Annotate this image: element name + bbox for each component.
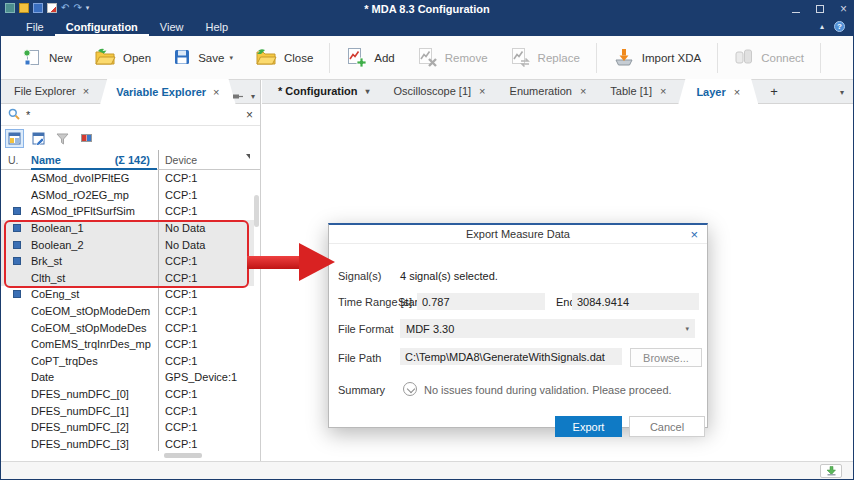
table-row[interactable]: ASMod_dvoIPFltEGCCP:1 (1, 170, 254, 187)
close-tab-icon[interactable]: × (83, 85, 89, 97)
variable-name: CoEOM_stOpModeDes (31, 322, 158, 334)
unit-flag-cell (1, 386, 31, 403)
collapse-ribbon-icon[interactable]: ▴ (820, 22, 824, 31)
tab-variable-explorer[interactable]: Variable Explorer × (100, 79, 235, 104)
start-time-input[interactable] (417, 293, 545, 310)
clear-search-icon[interactable]: × (246, 108, 253, 122)
pin-icon[interactable] (232, 87, 244, 105)
import-xda-button[interactable]: Import XDA (602, 42, 712, 74)
menu-configuration[interactable]: Configuration (55, 19, 149, 36)
maximize-button[interactable] (816, 5, 824, 13)
horizontal-scrollbar[interactable] (164, 453, 202, 458)
vertical-scrollbar[interactable] (254, 195, 259, 227)
save-dropdown-caret-icon[interactable]: ▾ (229, 54, 233, 62)
table-row[interactable]: ASMod_tPFltSurfSimCCP:1 (1, 203, 254, 220)
menu-view[interactable]: View (149, 19, 195, 36)
menu-file[interactable]: File (15, 19, 55, 36)
table-row[interactable]: DFES_numDFC_[1]CCP:1 (1, 402, 254, 419)
close-button[interactable]: Close (244, 43, 324, 73)
table-row[interactable]: Clth_stCCP:1 (1, 270, 254, 287)
column-filter-icon[interactable] (246, 154, 250, 159)
tab-configuration[interactable]: * Configuration ▾ (266, 79, 381, 103)
import-status-icon (826, 466, 837, 476)
close-tab-icon[interactable]: × (734, 86, 740, 98)
explorer-panel: File Explorer × Variable Explorer × ▾ * … (1, 80, 261, 461)
search-icon (8, 106, 20, 124)
signals-label: Signal(s) (338, 270, 381, 282)
tab-oscilloscope[interactable]: Oscilloscope [1] × (381, 79, 497, 103)
tab-list-caret-icon[interactable]: ▾ (251, 92, 255, 101)
end-time-input[interactable] (572, 293, 699, 310)
file-path-input[interactable] (400, 348, 622, 365)
column-header-unit[interactable]: U. (1, 154, 31, 166)
variable-device: CCP:1 (158, 336, 254, 353)
table-row[interactable]: DateGPS_Device:1 (1, 369, 254, 386)
column-header-name[interactable]: Name (Σ 142) (31, 154, 158, 166)
add-button[interactable]: Add (335, 42, 405, 74)
variable-search-bar[interactable]: * × (1, 104, 260, 126)
dialog-close-icon[interactable]: × (690, 227, 698, 242)
variable-device: CCP:1 (158, 386, 254, 403)
save-icon (173, 48, 191, 68)
column-header-device[interactable]: Device (158, 150, 260, 169)
mini-signal-icon[interactable] (77, 129, 96, 148)
table-row[interactable]: CoEng_stCCP:1 (1, 286, 254, 303)
browse-button[interactable]: Browse... (630, 348, 702, 367)
table-row[interactable]: Boolean_1No Data (1, 220, 254, 237)
xda-status-button[interactable] (820, 464, 842, 478)
filter-icon[interactable] (53, 129, 72, 148)
help-icon[interactable]: ? (834, 21, 845, 32)
table-row[interactable]: ASMod_rO2EG_mpCCP:1 (1, 187, 254, 204)
tab-layer[interactable]: Layer × (678, 79, 758, 104)
table-row[interactable]: Boolean_2No Data (1, 236, 254, 253)
cancel-button[interactable]: Cancel (629, 416, 705, 437)
toolbar-separator (596, 43, 597, 73)
tab-dropdown-caret-icon[interactable]: ▾ (365, 87, 369, 96)
variable-name: ASMod_rO2EG_mp (31, 189, 158, 201)
save-button[interactable]: Save ▾ (162, 43, 244, 73)
toolbar: New Open Save ▾ Close Add Remove Replace (1, 36, 853, 80)
close-tab-icon[interactable]: × (580, 85, 586, 97)
tab-file-explorer[interactable]: File Explorer × (3, 79, 100, 103)
table-row[interactable]: CoPT_trqDesCCP:1 (1, 353, 254, 370)
variable-device: CCP:1 (158, 203, 254, 220)
variable-name: DFES_numDFC_[1] (31, 405, 158, 417)
close-tab-icon[interactable]: × (660, 85, 666, 97)
signals-value: 4 signal(s) selected. (400, 270, 498, 282)
table-row[interactable]: DFES_numDFC_[2]CCP:1 (1, 419, 254, 436)
file-format-select[interactable]: MDF 3.30 ▾ (400, 319, 695, 338)
tab-enumeration[interactable]: Enumeration × (498, 79, 599, 103)
table-row[interactable]: DFES_numDFC_[0]CCP:1 (1, 386, 254, 403)
search-input[interactable]: * (26, 109, 30, 121)
table-row[interactable]: Brk_stCCP:1 (1, 253, 254, 270)
table-row[interactable]: CoEOM_stOpModeDemCCP:1 (1, 303, 254, 320)
unit-flag-cell (1, 286, 31, 303)
grid-edit-icon[interactable] (29, 129, 48, 148)
table-row[interactable]: ComEMS_trqInrDes_mpCCP:1 (1, 336, 254, 353)
table-row[interactable]: CoEOM_stOpModeDesCCP:1 (1, 319, 254, 336)
minimize-button[interactable] (792, 12, 800, 13)
new-tab-button[interactable]: + (758, 79, 790, 103)
grid-view-icon[interactable] (5, 129, 24, 148)
close-window-button[interactable]: × (840, 3, 847, 15)
export-button[interactable]: Export (555, 416, 622, 437)
unit-flag-cell (1, 303, 31, 320)
new-button[interactable]: New (11, 42, 83, 74)
open-button[interactable]: Open (83, 43, 162, 73)
variable-device: CCP:1 (158, 419, 254, 436)
tab-table[interactable]: Table [1] × (598, 79, 678, 103)
close-tab-icon[interactable]: × (213, 86, 219, 98)
variable-name: Boolean_2 (31, 239, 158, 251)
toolbar-separator (329, 43, 330, 73)
close-tab-icon[interactable]: × (479, 85, 485, 97)
unit-flag-cell (1, 220, 31, 237)
summary-expand-icon[interactable] (403, 382, 417, 396)
unit-flag-cell (1, 419, 31, 436)
tab-overflow-caret-icon[interactable]: ▾ (840, 88, 844, 97)
connect-button: Connect (723, 43, 815, 73)
variable-device: CCP:1 (158, 286, 254, 303)
unit-flag-cell (1, 353, 31, 370)
dialog-title-bar[interactable]: Export Measure Data × (329, 225, 707, 244)
table-row[interactable]: DFES_numDFC_[3]CCP:1 (1, 436, 254, 452)
menu-help[interactable]: Help (195, 19, 240, 36)
